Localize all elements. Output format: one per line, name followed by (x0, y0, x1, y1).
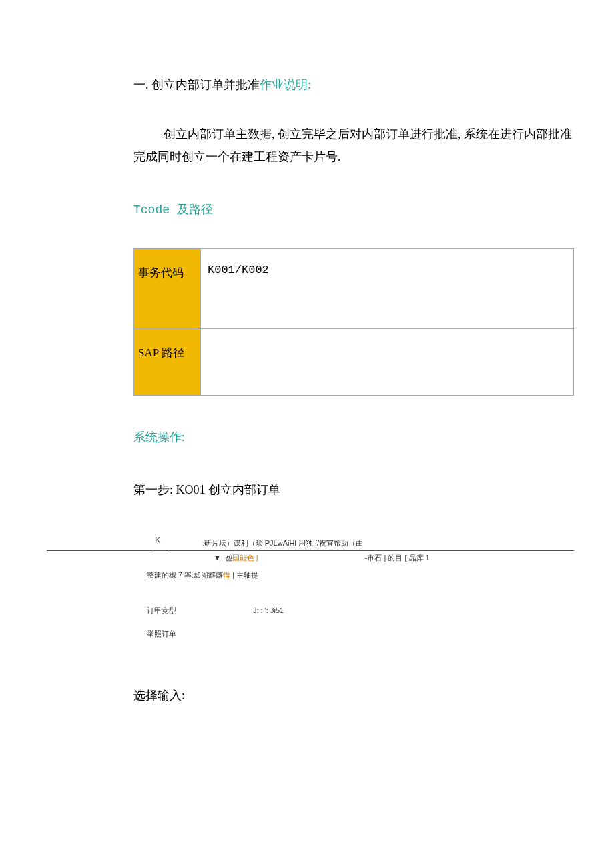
sap-command-field[interactable]: K (154, 532, 168, 550)
sap-ref-order-row: 举照订单 (47, 620, 574, 644)
order-type-value[interactable]: J: : ': Ji51 (253, 604, 284, 618)
ref-order-label: 举照订单 (147, 630, 176, 638)
sap-menu-bar: K :研片坛）谋利（琰 PJLwAiHl 用独 f/祝宜帮助（由 (47, 538, 574, 551)
sap-ui-screenshot-block: K :研片坛）谋利（琰 PJLwAiHl 用独 f/祝宜帮助（由 ▼| 也国能色… (47, 538, 574, 644)
table-row: 事务代码 K001/K002 (134, 248, 574, 328)
tcode-table: 事务代码 K001/K002 SAP 路径 (133, 248, 574, 396)
section-heading-prefix: 一. 创立内部订单并批准 (133, 78, 260, 91)
order-type-label: 订甲竞型 (147, 604, 176, 618)
intro-paragraph: 创立内部订单主数据, 创立完毕之后对内部订单进行批准, 系统在进行内部批准完成同… (133, 123, 574, 168)
table-row: SAP 路径 (134, 328, 574, 395)
sap-order-type-row: 订甲竞型 J: : ': Ji51 (47, 585, 574, 620)
sap-toolbar-right: -市石 | 的目 [ 晶库 1 (365, 551, 430, 565)
sap-toolbar-left: ▼| 也国能色 | (214, 551, 258, 565)
sap-toolbar: ▼| 也国能色 | -市石 | 的目 [ 晶库 1 (47, 551, 574, 564)
sap-menu-text: :研片坛）谋利（琰 PJLwAiHl 用独 f/祝宜帮助（由 (202, 536, 363, 550)
section-heading-suffix: 作业说明: (260, 78, 311, 91)
system-operation-heading: 系统操作: (133, 426, 574, 448)
dropdown-icon: ▼| (214, 554, 225, 562)
tcode-heading: Tcode 及路径 (133, 199, 574, 222)
select-input-heading: 选择输入: (133, 684, 574, 707)
tcode-label-cell: 事务代码 (134, 248, 201, 328)
section-heading: 一. 创立内部订单并批准作业说明: (133, 73, 574, 96)
tcode-value-cell: K001/K002 (201, 248, 574, 328)
sap-title-line: 整建的椒 7 率:却湖癖癖借 | 主轴提 (47, 564, 574, 585)
sap-path-value-cell (201, 328, 574, 395)
step-1-heading: 第一步: KO01 创立内部订单 (133, 478, 574, 501)
sap-path-label-cell: SAP 路径 (134, 328, 201, 395)
